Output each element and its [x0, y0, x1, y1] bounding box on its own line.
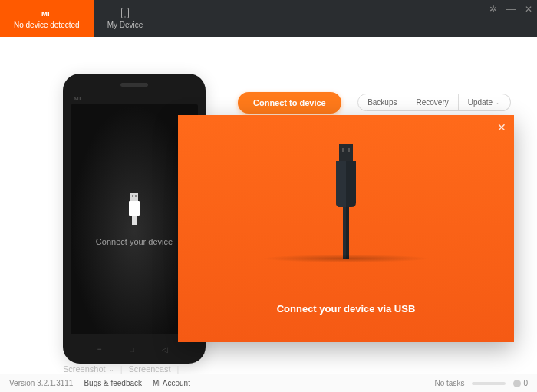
recovery-button[interactable]: Recovery: [407, 94, 459, 111]
phone-mi-logo: MI: [74, 95, 81, 102]
screencast-tab[interactable]: Screencast: [129, 364, 171, 374]
svg-rect-5: [135, 195, 137, 197]
main-area: MI Connect your device ≡ □ ◁ Connect to …: [0, 37, 537, 374]
task-count-value: 0: [523, 379, 528, 387]
bottom-tabs: Screenshot ⌄ | Screencast |: [63, 364, 179, 374]
device-actions: Backups Recovery Update ⌄: [357, 94, 511, 111]
mi-account-link[interactable]: Mi Account: [153, 379, 190, 387]
svg-rect-7: [132, 216, 137, 225]
version-label: Version 3.2.1.3111: [9, 379, 73, 387]
no-tasks-label: No tasks: [435, 379, 465, 387]
status-bar: Version 3.2.1.3111 Bugs & feedback Mi Ac…: [0, 374, 537, 392]
connect-usb-modal: ✕ Connect your device via USB: [178, 115, 514, 342]
nav-menu-icon: ≡: [97, 345, 107, 354]
cable-shadow: [262, 255, 430, 262]
minimize-button[interactable]: —: [506, 5, 516, 14]
tab-my-device[interactable]: My Device: [94, 0, 157, 37]
screenshot-label: Screenshot: [63, 364, 106, 374]
mi-logo-icon: MI: [41, 8, 52, 18]
phone-icon: [120, 8, 130, 18]
svg-rect-9: [342, 148, 344, 152]
nav-home-icon: □: [130, 345, 139, 354]
chevron-down-icon: ⌄: [496, 99, 501, 106]
task-progress-bar: [472, 382, 506, 385]
svg-text:MI: MI: [41, 9, 50, 18]
update-button[interactable]: Update ⌄: [459, 94, 511, 111]
phone-speaker: [120, 83, 148, 87]
svg-point-2: [124, 16, 125, 17]
bugs-feedback-link[interactable]: Bugs & feedback: [84, 379, 142, 387]
modal-text: Connect your device via USB: [277, 303, 416, 315]
window-controls: ✲ — ✕: [489, 5, 532, 14]
footer-right: No tasks 0: [435, 379, 528, 387]
nav-back-icon: ◁: [162, 345, 171, 354]
task-circle-icon: [513, 380, 521, 387]
title-bar: MI No device detected My Device ✲ — ✕: [0, 0, 537, 37]
tab-label: My Device: [107, 21, 143, 29]
tab-no-device[interactable]: MI No device detected: [0, 0, 94, 37]
usb-cable-icon: [325, 144, 367, 259]
svg-rect-6: [129, 201, 140, 216]
svg-rect-10: [348, 148, 350, 152]
svg-rect-3: [130, 193, 138, 201]
phone-prompt-text: Connect your device: [96, 237, 173, 246]
close-button[interactable]: ✕: [525, 5, 532, 14]
screenshot-tab[interactable]: Screenshot ⌄: [63, 364, 114, 374]
svg-rect-4: [132, 195, 133, 197]
task-count[interactable]: 0: [513, 379, 528, 387]
phone-nav-buttons: ≡ □ ◁: [63, 345, 206, 354]
divider: |: [120, 364, 123, 374]
backups-button[interactable]: Backups: [357, 94, 407, 111]
chevron-down-icon: ⌄: [109, 366, 114, 373]
screencast-label: Screencast: [129, 364, 171, 374]
usb-icon: [126, 193, 143, 225]
update-label: Update: [468, 98, 493, 107]
svg-rect-8: [339, 144, 353, 161]
close-icon[interactable]: ✕: [497, 121, 506, 133]
svg-rect-12: [343, 207, 346, 259]
connect-to-device-button[interactable]: Connect to device: [238, 92, 341, 114]
settings-icon[interactable]: ✲: [489, 5, 497, 14]
tab-label: No device detected: [14, 21, 80, 29]
divider: |: [177, 364, 180, 374]
